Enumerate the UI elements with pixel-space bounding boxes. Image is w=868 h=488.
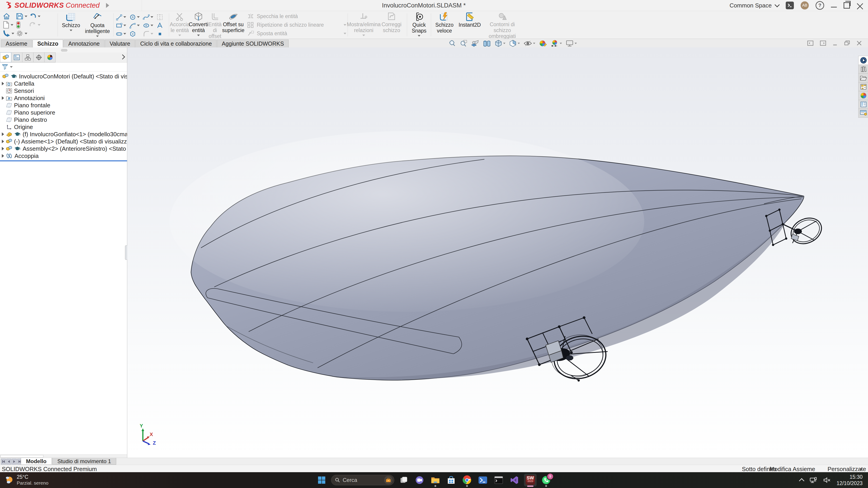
home-button[interactable] <box>3 13 16 20</box>
tab-next-button[interactable] <box>12 459 17 464</box>
clock[interactable]: 15:30 12/10/2023 <box>837 474 863 486</box>
spline-dropdown-icon[interactable] <box>151 16 153 18</box>
expand-arrow-icon[interactable] <box>0 96 6 100</box>
convert-entities-button[interactable]: Converti entità <box>189 12 208 36</box>
quick-snaps-button[interactable]: Quick Snaps <box>410 12 429 37</box>
previous-view-icon[interactable] <box>471 39 479 47</box>
apply-scene-button[interactable] <box>551 39 562 47</box>
taskbar-search[interactable] <box>331 475 394 485</box>
graphics-viewport[interactable]: Y X Z <box>127 47 868 458</box>
arc-dropdown-icon[interactable] <box>137 25 140 26</box>
view-orientation-button[interactable] <box>495 39 505 47</box>
tab-dimxpert[interactable] <box>33 53 44 62</box>
volume-muted-icon[interactable] <box>823 477 831 484</box>
appearances-button[interactable] <box>858 91 868 100</box>
offset-surface-button[interactable]: Offset su superficie <box>222 12 245 33</box>
tree-item-cartella[interactable]: Cartella <box>0 80 127 87</box>
microsoft-store-button[interactable] <box>445 474 458 486</box>
design-library-button[interactable] <box>858 65 868 74</box>
task-view-button[interactable] <box>397 474 410 486</box>
options-dropdown-icon[interactable] <box>25 33 27 34</box>
search-input[interactable] <box>342 477 373 484</box>
panel-expand-icon[interactable] <box>120 55 125 60</box>
weather-widget[interactable]: 25°C Parzial. sereno <box>4 474 49 486</box>
smart-dimension-button[interactable]: Quota intelligente <box>84 12 111 37</box>
save-button[interactable] <box>16 13 29 20</box>
doc-restore-icon[interactable] <box>844 40 850 46</box>
convert-dropdown-icon[interactable] <box>197 35 200 36</box>
file-explorer-button[interactable] <box>429 474 442 486</box>
dock-right-icon[interactable] <box>819 40 827 46</box>
new-dropdown-icon[interactable] <box>11 24 13 26</box>
undo-dropdown-icon[interactable] <box>38 15 40 17</box>
tree-item-piano-superiore[interactable]: Piano superiore <box>0 109 127 116</box>
share-arrow-button[interactable] <box>3 30 16 37</box>
avatar[interactable]: AB <box>801 1 809 9</box>
tab-assieme[interactable]: Assieme <box>1 39 32 47</box>
custom-properties-button[interactable] <box>858 100 868 109</box>
restore-button[interactable] <box>844 2 850 8</box>
arc-tool[interactable] <box>129 22 143 29</box>
console-icon[interactable] <box>786 2 794 9</box>
slot-tool[interactable] <box>116 31 129 37</box>
sketch-dropdown-icon[interactable] <box>70 30 72 31</box>
tab-annotazione[interactable]: Annotazione <box>64 39 104 47</box>
tray-expand-icon[interactable] <box>799 478 804 484</box>
scroll-thumb[interactable] <box>0 455 43 457</box>
tab-aggiunte-solidworks[interactable]: Aggiunte SOLIDWORKS <box>217 39 289 47</box>
rectangle-dropdown-icon[interactable] <box>123 25 126 26</box>
terminal-button[interactable] <box>492 474 505 486</box>
help-icon[interactable]: ? <box>815 1 824 10</box>
tab-prev-button[interactable] <box>6 459 11 464</box>
sketch-button[interactable]: Schizzo <box>59 12 83 31</box>
expand-arrow-icon[interactable] <box>0 154 6 158</box>
tree-item-assieme1[interactable]: (-) Assieme<1> (Default) <Stato di visua… <box>0 138 127 145</box>
chrome-button[interactable] <box>461 474 473 486</box>
expand-arrow-icon[interactable] <box>0 132 6 136</box>
network-icon[interactable] <box>809 477 817 484</box>
view-palette-button[interactable] <box>858 83 868 91</box>
tab-valutare[interactable]: Valutare <box>105 39 135 47</box>
expand-arrow-icon[interactable] <box>0 140 6 143</box>
save-dropdown-icon[interactable] <box>25 15 27 17</box>
section-view-icon[interactable] <box>483 39 491 47</box>
zoom-area-icon[interactable] <box>460 39 467 47</box>
circle-tool[interactable] <box>129 14 143 21</box>
options-gear-button[interactable] <box>16 30 29 37</box>
workspace-selector[interactable]: Common Space <box>730 2 779 9</box>
new-document-button[interactable] <box>3 21 16 29</box>
display-style-button[interactable] <box>509 39 520 47</box>
tree-item-annotazioni[interactable]: Annotazioni <box>0 94 127 102</box>
instant2d-button[interactable]: Instant2D <box>457 12 483 28</box>
rapid-sketch-button[interactable]: Schizzo veloce <box>434 12 455 34</box>
share-dropdown-icon[interactable] <box>11 33 14 34</box>
tab-feature-tree[interactable] <box>0 53 11 62</box>
slot-dropdown-icon[interactable] <box>123 33 126 35</box>
tree-item-assembly2[interactable]: Assembly<2> (AnterioreSinistro) <Stato d… <box>0 145 127 152</box>
tab-modello[interactable]: Modello <box>21 458 52 465</box>
panel-hscrollbar[interactable] <box>0 454 127 458</box>
undo-button[interactable] <box>29 13 43 20</box>
expand-arrow-icon[interactable] <box>0 82 6 86</box>
zoom-fit-icon[interactable] <box>448 39 456 47</box>
tree-item-involucrogonfiato[interactable]: (f) InvolucroGonfiato<1> (modello30cmaAr… <box>0 131 127 138</box>
clipchamp-button[interactable] <box>413 474 426 486</box>
tab-configuration-manager[interactable] <box>22 53 33 62</box>
tab-ciclo-di-vita[interactable]: Ciclo di vita e collaborazione <box>135 39 217 47</box>
flyout-arrow-icon[interactable] <box>105 2 111 9</box>
visual-studio-button[interactable] <box>508 474 521 486</box>
splitter-pill[interactable] <box>61 49 67 52</box>
tab-studio-di-movimento[interactable]: Studio di movimento 1 <box>52 458 116 465</box>
units-expander-icon[interactable] <box>860 468 863 470</box>
ellipse-tool[interactable] <box>143 22 156 29</box>
quick-snaps-dropdown-icon[interactable] <box>418 35 421 37</box>
3dexperience-resources-button[interactable] <box>858 56 868 65</box>
line-dropdown-icon[interactable] <box>123 16 126 18</box>
dock-left-icon[interactable] <box>807 40 814 46</box>
polygon-tool[interactable] <box>129 31 143 37</box>
line-tool[interactable] <box>116 14 129 21</box>
tree-filter[interactable] <box>0 63 127 71</box>
close-button[interactable] <box>857 2 863 8</box>
tab-first-button[interactable] <box>1 459 6 464</box>
tree-item-sensori[interactable]: Sensori <box>0 87 127 94</box>
